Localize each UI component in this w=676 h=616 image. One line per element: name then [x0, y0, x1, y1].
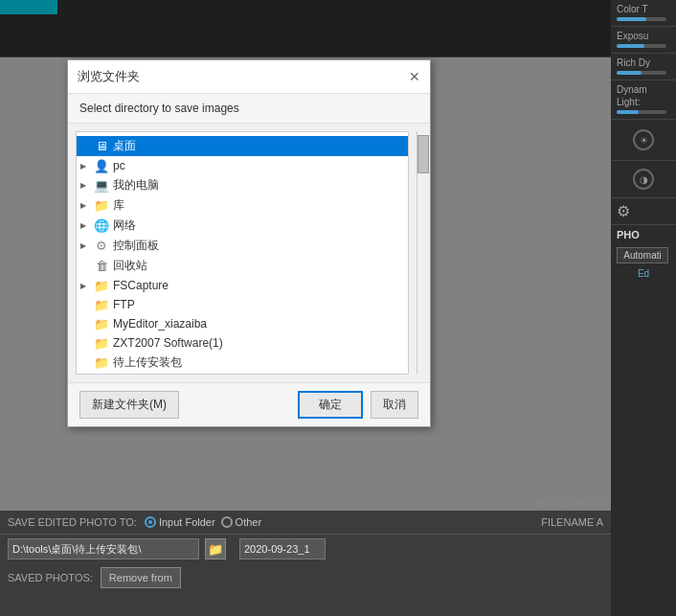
expand-arrow-pc: ▶	[80, 162, 92, 171]
ftp-label: FTP	[113, 298, 135, 311]
pc-label: pc	[113, 159, 125, 172]
expand-arrow-library: ▶	[80, 201, 92, 210]
dynam-label: Dynam	[617, 84, 670, 95]
dialog-subtitle: Select directory to save images	[68, 94, 430, 124]
tree-item-mypc[interactable]: ▶ 💻 我的电脑	[77, 175, 408, 195]
bottom-row1: SAVE EDITED PHOTO TO: Input Folder Other…	[0, 511, 611, 535]
tree-item-myeditor[interactable]: 📁 MyEditor_xiazaiba	[77, 314, 408, 333]
rich-dy-panel: Rich Dy	[611, 54, 676, 80]
bottom-bar: SAVE EDITED PHOTO TO: Input Folder Other…	[0, 511, 611, 616]
circle-icon-1[interactable]: ☀	[633, 129, 654, 150]
dialog-footer: 新建文件夹(M) 确定 取消	[68, 382, 430, 426]
pc-icon: 💻	[94, 178, 109, 194]
tree-item-ftp[interactable]: 📁 FTP	[77, 295, 408, 314]
radio-input-folder[interactable]: Input Folder	[145, 516, 215, 528]
exposu-slider-track[interactable]	[617, 44, 666, 48]
network-icon: 🌐	[94, 218, 109, 234]
radio-other-circle[interactable]	[221, 516, 233, 528]
gear-icon: ⚙	[617, 202, 630, 220]
saved-label: SAVED PHOTOS:	[8, 572, 93, 583]
rich-dy-label: Rich Dy	[617, 57, 670, 68]
icon-row: ☀	[611, 120, 676, 161]
waiting-label: 待上传安装包	[113, 354, 182, 371]
edit-button[interactable]: Ed	[617, 266, 670, 281]
radio-other[interactable]: Other	[221, 516, 262, 528]
tree-item-control[interactable]: ▶ ⚙ 控制面板	[77, 236, 408, 256]
color-t-label: Color T	[617, 4, 670, 14]
control-label: 控制面板	[113, 238, 159, 254]
path-input[interactable]	[8, 538, 199, 559]
expand-arrow-control: ▶	[80, 241, 92, 250]
circle-icon-2[interactable]: ◑	[633, 169, 654, 190]
myeditor-label: MyEditor_xiazaiba	[113, 317, 207, 331]
cancel-button[interactable]: 取消	[371, 391, 418, 419]
file-tree[interactable]: 🖥 桌面 ▶ 👤 pc ▶ 💻 我的电脑 ▶ 📁 库 ▶ 🌐 网络	[76, 131, 409, 375]
color-t-slider-track[interactable]	[617, 17, 666, 21]
folder-browse-button[interactable]: 📁	[205, 538, 226, 559]
library-icon: 📁	[94, 198, 109, 214]
tree-item-tools[interactable]: 📁 工具	[77, 373, 408, 375]
radio-group: Input Folder Other	[145, 516, 261, 528]
tree-item-library[interactable]: ▶ 📁 库	[77, 195, 408, 216]
color-t-panel: Color T	[611, 0, 676, 27]
radio-input-folder-circle[interactable]	[145, 516, 156, 528]
remove-from-button[interactable]: Remove from	[101, 567, 181, 588]
ftp-icon: 📁	[94, 297, 109, 312]
radio-input-folder-label: Input Folder	[159, 516, 215, 528]
fscapture-label: FSCapture	[113, 279, 169, 292]
scrollbar-thumb[interactable]	[417, 135, 429, 173]
rich-dy-slider-track[interactable]	[617, 71, 666, 75]
waiting-icon: 📁	[94, 355, 109, 371]
expand-arrow-network: ▶	[80, 221, 92, 230]
desktop-icon: 🖥	[94, 139, 109, 154]
dynam-slider-fill	[617, 110, 639, 114]
radio-other-label: Other	[236, 516, 262, 528]
tree-item-fscapture[interactable]: ▶ 📁 FSCapture	[77, 276, 408, 295]
dynam-slider-track[interactable]	[617, 110, 666, 114]
tree-item-network[interactable]: ▶ 🌐 网络	[77, 216, 408, 236]
tree-item-waiting[interactable]: 📁 待上传安装包	[77, 353, 408, 373]
icon-row-3: ⚙	[611, 198, 676, 225]
folder-icon: 📁	[208, 542, 223, 557]
tree-item-pc[interactable]: ▶ 👤 pc	[77, 156, 408, 175]
myeditor-icon: 📁	[94, 316, 109, 331]
fscapture-icon: 📁	[94, 278, 109, 293]
control-icon: ⚙	[94, 239, 109, 254]
dialog-body: 🖥 桌面 ▶ 👤 pc ▶ 💻 我的电脑 ▶ 📁 库 ▶ 🌐 网络	[68, 124, 430, 382]
exposu-slider-fill	[617, 44, 644, 48]
dialog-close-button[interactable]: ✕	[409, 70, 420, 83]
recycle-label: 回收站	[113, 258, 147, 274]
tree-item-desktop[interactable]: 🖥 桌面	[77, 136, 408, 156]
dynam-panel: Dynam Light:	[611, 80, 676, 120]
scrollbar-track[interactable]	[417, 131, 430, 375]
right-panel: Color T Exposu Rich Dy Dynam Light: ☀ ◑ …	[611, 0, 676, 616]
bottom-row2: 📁	[0, 535, 611, 563]
file-browser-dialog: 浏览文件夹 ✕ Select directory to save images …	[67, 59, 431, 427]
dialog-title: 浏览文件夹	[78, 68, 140, 85]
edited-photo-label: EDITED PHOTO	[535, 498, 607, 509]
dialog-title-bar: 浏览文件夹 ✕	[68, 60, 430, 94]
color-t-slider-fill	[617, 17, 646, 21]
expand-arrow-fscapture: ▶	[80, 282, 92, 290]
new-folder-button[interactable]: 新建文件夹(M)	[79, 391, 179, 419]
auto-button[interactable]: Automati	[617, 247, 668, 263]
user-icon: 👤	[94, 158, 109, 173]
recycle-icon: 🗑	[94, 259, 109, 274]
icon-row-2: ◑	[611, 161, 676, 198]
bottom-row3: SAVED PHOTOS: Remove from	[0, 563, 611, 592]
filename-label: FILENAME A	[541, 516, 603, 528]
save-label: SAVE EDITED PHOTO TO:	[8, 516, 137, 528]
tree-item-zxt2007[interactable]: 📁 ZXT2007 Software(1)	[77, 333, 408, 353]
exposu-panel: Exposu	[611, 27, 676, 54]
mypc-label: 我的电脑	[113, 177, 159, 194]
rich-dy-slider-fill	[617, 71, 642, 75]
zxt2007-label: ZXT2007 Software(1)	[113, 336, 223, 350]
date-input[interactable]	[239, 538, 326, 559]
light-label: Light:	[617, 97, 670, 107]
tree-item-recycle[interactable]: 🗑 回收站	[77, 256, 408, 276]
ok-button[interactable]: 确定	[298, 391, 363, 419]
library-label: 库	[113, 197, 124, 214]
pho-label: PHO	[611, 225, 676, 244]
zxt2007-icon: 📁	[94, 335, 109, 351]
expand-arrow-mypc: ▶	[80, 181, 92, 190]
